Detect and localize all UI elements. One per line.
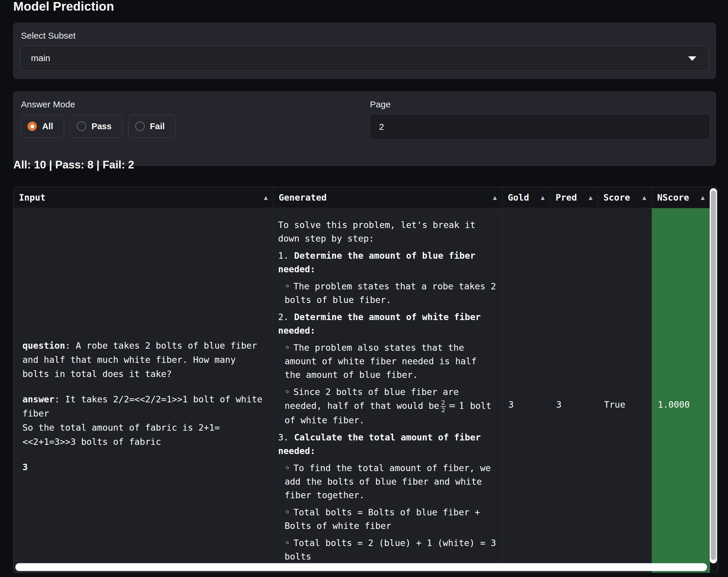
column-header-pred[interactable]: Pred ▲ [550,187,598,208]
bullet-text: To find the total amount of fiber, we ad… [285,463,491,500]
bullet-icon: ◦ [285,461,290,475]
generated-step-3: 3. Calculate the total amount of fiber n… [278,431,497,458]
nscore-value: 1.0000 [658,400,690,410]
subset-panel: Select Subset main [13,23,716,79]
bullet-text: Since 2 bolts of blue fiber are needed, … [285,387,459,411]
generated-step-2: 2. Determine the amount of white fiber n… [278,310,497,337]
column-header-nscore-label: NScore [657,192,689,203]
fraction-equals: = 1 [448,400,465,411]
cell-score[interactable]: True [598,208,652,573]
filters-panel: Answer Mode All Pass Fail Page [13,91,716,166]
fraction-denominator: 2 [440,406,446,414]
gold-value: 3 [509,400,514,410]
sort-asc-icon: ▲ [541,194,545,201]
chevron-down-icon [688,56,696,61]
answer-mode-radio-group: All Pass Fail [21,115,176,138]
radio-fail-circle [135,121,145,131]
radio-pass-label: Pass [92,121,111,131]
generated-step-1: 1. Determine the amount of blue fiber ne… [278,249,497,276]
sort-asc-icon: ▲ [701,194,705,201]
bullet-icon: ◦ [285,385,290,399]
input-text: question: A robe takes 2 bolts of blue f… [22,339,264,474]
cell-input[interactable]: question: A robe takes 2 bolts of blue f… [14,208,274,573]
predictions-table: Input ▲ Generated ▲ Gold ▲ Pred ▲ Score … [13,187,718,573]
generated-bullet: ◦Total bolts = 2 (blue) + 1 (white) = 3 … [285,536,497,564]
vertical-scrollbar-thumb[interactable] [711,191,716,560]
fraction-numerator: 2 [440,400,446,406]
page-label: Page [370,100,391,109]
horizontal-scrollbar[interactable] [15,563,707,571]
column-header-gold-label: Gold [508,192,529,203]
page-input[interactable] [370,114,710,140]
column-header-pred-label: Pred [555,192,577,203]
generated-bullet-fraction: ◦Since 2 bolts of blue fiber are needed,… [285,385,497,427]
bullet-icon: ◦ [285,280,290,293]
step-title: Calculate the total amount of fiber need… [278,432,480,456]
bullet-text: Total bolts = 2 (blue) + 1 (white) = 3 b… [285,538,496,562]
bullet-icon: ◦ [285,341,290,355]
answer-mode-label: Answer Mode [21,100,75,109]
bullet-text: Total bolts = Bolts of blue fiber + Bolt… [285,507,480,531]
question-label: question [22,340,65,351]
cell-pred[interactable]: 3 [550,208,598,573]
results-summary: All: 10 | Pass: 8 | Fail: 2 [13,159,134,171]
radio-all-circle [27,121,37,131]
column-header-generated-label: Generated [279,192,327,203]
generated-text: To solve this problem, let's break it do… [278,218,497,567]
subset-selected-value: main [31,53,50,63]
radio-all-label: All [42,121,53,131]
math-fraction: 22= 1 [439,401,465,411]
table-body: question: A robe takes 2 bolts of blue f… [14,208,710,573]
column-header-nscore[interactable]: NScore ▲ [652,187,710,208]
vertical-scrollbar[interactable] [710,188,717,564]
generated-bullet: ◦To find the total amount of fiber, we a… [285,461,497,502]
step-number: 3. [278,432,289,442]
cell-generated[interactable]: To solve this problem, let's break it do… [274,208,502,573]
table-header-row: Input ▲ Generated ▲ Gold ▲ Pred ▲ Score … [14,187,718,208]
answer-line1: : It takes 2/2=<<2/2=1>>1 bolt of white … [22,394,262,419]
cell-nscore[interactable]: 1.0000 [652,208,710,573]
bullet-icon: ◦ [285,536,290,550]
radio-all[interactable]: All [21,115,64,138]
step-title: Determine the amount of blue fiber neede… [278,250,475,274]
answer-label: answer [22,394,54,405]
column-header-input-label: Input [19,192,46,203]
sort-asc-icon: ▲ [493,194,497,201]
column-header-input[interactable]: Input ▲ [14,187,274,208]
generated-bullet: ◦Total bolts = Bolts of blue fiber + Bol… [285,505,497,533]
sort-asc-icon: ▲ [264,194,268,201]
radio-pass-circle [77,121,86,131]
step-title: Determine the amount of white fiber need… [278,312,480,336]
step-number: 2. [278,312,289,322]
cell-gold[interactable]: 3 [502,208,550,573]
bullet-text: The problem also states that the amount … [285,342,476,380]
column-header-score[interactable]: Score ▲ [598,187,652,208]
radio-pass[interactable]: Pass [70,115,123,138]
radio-fail[interactable]: Fail [128,115,176,138]
subset-select[interactable]: main [20,46,709,71]
column-header-score-label: Score [603,192,630,203]
pred-value: 3 [556,400,562,410]
bullet-icon: ◦ [285,505,290,519]
column-header-gold[interactable]: Gold ▲ [502,187,550,208]
column-header-generated[interactable]: Generated ▲ [274,187,502,208]
answer-line2: So the total amount of fabric is 2+1=<<2… [22,422,219,447]
bullet-text: The problem states that a robe takes 2 b… [285,281,496,305]
generated-intro: To solve this problem, let's break it do… [278,218,497,245]
subset-label: Select Subset [21,31,76,41]
generated-bullet: ◦The problem also states that the amount… [285,341,497,382]
horizontal-scrollbar-thumb[interactable] [16,564,706,570]
radio-fail-label: Fail [150,121,165,131]
generated-bullet: ◦The problem states that a robe takes 2 … [285,280,497,307]
gold-answer-value: 3 [22,462,28,472]
page-title: Model Prediction [13,0,114,13]
sort-asc-icon: ▲ [642,194,646,201]
sort-asc-icon: ▲ [589,194,593,201]
score-value: True [604,400,625,410]
step-number: 1. [278,250,289,261]
